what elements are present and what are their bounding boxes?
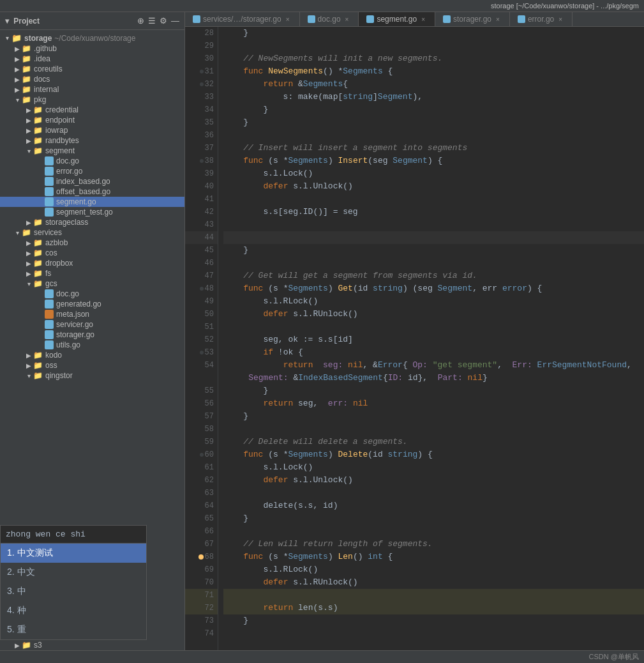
title-text: storage [~/Code/xuanwo/storage] - .../pk… [491,2,639,10]
code-line-42: s.s[seg.ID()] = seg [223,206,644,218]
layout-icon[interactable]: ☰ [148,16,156,26]
tab-close[interactable]: × [494,15,502,24]
tree-item-idea[interactable]: ▶ 📁 .idea [0,54,184,64]
tab-error-go[interactable]: error.go × [510,12,573,26]
tree-item-utils-go[interactable]: ▶ utils.go [0,340,184,350]
code-line-51 [223,321,644,333]
status-text: CSDN @单帆风 [589,652,639,662]
line-number: 54 [185,359,218,385]
tree-item-dropbox[interactable]: ▶ 📁 dropbox [0,258,184,268]
code-line-49: s.l.RLock() [223,295,644,308]
tree-item-offset-based-go[interactable]: ▶ offset_based.go [0,187,184,197]
line-number: 51 [185,321,218,333]
tree-item-cos[interactable]: ▶ 📁 cos [0,248,184,258]
tree-item-coreutils[interactable]: ▶ 📁 coreutils [0,64,184,74]
tree-item-randbytes[interactable]: ▶ 📁 randbytes [0,135,184,146]
code-editor[interactable]: 28 29 30 31 32 33 34 35 36 37 38 39 40 4… [185,27,644,650]
tree-item-iowrap[interactable]: ▶ 📁 iowrap [0,125,184,135]
fold-marker [200,453,204,457]
folder-icon: 📁 [22,228,31,237]
autocomplete-item-5[interactable]: 5. 重 [1,620,146,639]
tree-item-meta-json[interactable]: ▶ meta.json [0,309,184,319]
autocomplete-input[interactable] [1,526,146,544]
folder-icon: 📁 [33,136,43,145]
json-file-icon [45,310,54,319]
line-number: 72 [185,602,218,614]
collapse-icon[interactable]: — [171,16,179,26]
tree-item-storageclass[interactable]: ▶ 📁 storageclass [0,217,184,227]
line-number: 61 [185,461,218,474]
tree-item-index-based-go[interactable]: ▶ index_based.go [0,176,184,187]
code-line-56: return seg, err: nil [223,397,644,410]
tree-item-azblob[interactable]: ▶ 📁 azblob [0,238,184,248]
line-number: 32 [185,78,218,91]
autocomplete-item-3[interactable]: 3. 中 [1,582,146,601]
code-line-66 [223,525,644,538]
tree-item-github[interactable]: ▶ 📁 .github [0,43,184,54]
code-line-63 [223,487,644,499]
line-number: 64 [185,499,218,512]
code-content[interactable]: } // NewSegments will init a new segment… [218,27,644,650]
tree-item-segment[interactable]: ▾ 📁 segment [0,146,184,156]
root-arrow: ▾ [3,34,11,42]
line-number: 63 [185,487,218,499]
tree-item-internal[interactable]: ▶ 📁 internal [0,84,184,95]
tree-item-pkg[interactable]: ▾ 📁 pkg [0,95,184,105]
tree-item-segment-test-go[interactable]: ▶ segment_test.go [0,207,184,217]
tree-item-generated-go[interactable]: ▶ generated.go [0,299,184,309]
sidebar-tree: ▾ 📁 storage ~/Code/xuanwo/storage ▶ 📁 .g… [0,30,184,525]
line-number: 37 [185,142,218,155]
folder-icon: 📁 [22,95,31,104]
tab-segment-go[interactable]: segment.go × [359,12,435,26]
tree-item-fs[interactable]: ▶ 📁 fs [0,268,184,278]
tree-item-s3[interactable]: ▶ 📁 s3 [0,640,184,650]
code-line-70: defer s.l.RUnlock() [223,576,644,589]
tab-close[interactable]: × [284,15,292,24]
tab-services-storager[interactable]: services/…/storager.go × [185,12,300,26]
tree-item-gcs[interactable]: ▾ 📁 gcs [0,278,184,289]
folder-icon: 📁 [33,279,43,288]
code-line-45: } [223,244,644,257]
tab-doc-go[interactable]: doc.go × [300,12,359,26]
autocomplete-item-1[interactable]: 1. 中文测试 [1,544,146,563]
code-line-36 [223,129,644,142]
folder-icon: 📁 [33,238,43,247]
code-line-72: return len(s.s) [223,602,644,614]
tree-item-servicer-go[interactable]: ▶ servicer.go [0,319,184,330]
tree-item-docs[interactable]: ▶ 📁 docs [0,74,184,84]
line-number: 45 [185,244,218,257]
tree-item-segment-go[interactable]: ▶ segment.go [0,197,184,207]
folder-icon: 📁 [22,641,31,650]
add-icon[interactable]: ⊕ [137,16,144,26]
tree-item-error-go[interactable]: ▶ error.go [0,166,184,176]
line-number: 69 [185,563,218,576]
tree-item-endpoint[interactable]: ▶ 📁 endpoint [0,115,184,125]
tree-item-storager-go[interactable]: ▶ storager.go [0,330,184,340]
go-file-icon [45,300,54,309]
tree-root[interactable]: ▾ 📁 storage ~/Code/xuanwo/storage [0,33,184,43]
tab-close[interactable]: × [557,15,564,24]
tab-close[interactable]: × [419,15,427,24]
line-number: 55 [185,385,218,397]
settings-icon[interactable]: ⚙ [160,16,167,26]
tree-item-gcs-doc-go[interactable]: ▶ doc.go [0,289,184,299]
tree-item-kodo[interactable]: ▶ 📁 kodo [0,350,184,360]
folder-icon: 📁 [33,116,43,125]
tree-item-doc-go[interactable]: ▶ doc.go [0,156,184,166]
sidebar-collapse-icon[interactable]: ▾ [5,17,9,26]
line-number: 71 [185,589,218,602]
autocomplete-item-2[interactable]: 2. 中文 [1,563,146,582]
code-line-65: } [223,512,644,525]
tree-item-credential[interactable]: ▶ 📁 credential [0,105,184,115]
tree-item-oss[interactable]: ▶ 📁 oss [0,360,184,370]
folder-icon: 📁 [33,269,43,278]
autocomplete-popup: 1. 中文测试 2. 中文 3. 中 4. 种 5. 重 [0,525,147,640]
autocomplete-item-4[interactable]: 4. 种 [1,601,146,620]
tree-item-qingstor[interactable]: ▾ 📁 qingstor [0,370,184,381]
code-line-73: } [223,614,644,627]
go-file-icon [45,340,54,349]
tab-close[interactable]: × [343,15,351,24]
tab-storager-go[interactable]: storager.go × [435,12,510,26]
tree-item-services[interactable]: ▾ 📁 services [0,227,184,238]
line-number: 66 [185,525,218,538]
